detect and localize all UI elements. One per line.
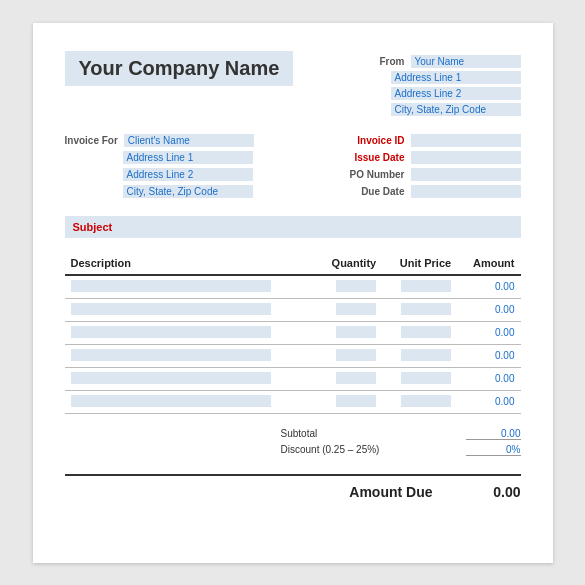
from-address2-row: Address Line 2 (391, 87, 521, 100)
bill-address2-row: Address Line 2 (65, 168, 254, 181)
cell-quantity[interactable] (315, 367, 382, 390)
due-date-label: Due Date (335, 186, 405, 197)
from-address1-row: Address Line 1 (391, 71, 521, 84)
subject-label: Subject (73, 221, 113, 233)
cell-quantity[interactable] (315, 321, 382, 344)
cell-quantity[interactable] (315, 344, 382, 367)
invoice-id-row: Invoice ID (335, 134, 521, 147)
from-name-row: From Your Name (380, 55, 521, 68)
cell-amount: 0.00 (457, 321, 520, 344)
cell-unit-price[interactable] (382, 321, 457, 344)
cell-description[interactable] (65, 298, 316, 321)
description-field[interactable] (71, 326, 271, 338)
col-unit-price: Unit Price (382, 252, 457, 275)
description-field[interactable] (71, 395, 271, 407)
mid-section: Invoice For Client's Name Address Line 1… (65, 134, 521, 198)
totals-section: Subtotal 0.00 Discount (0.25 – 25%) 0% (65, 428, 521, 456)
po-number-label: PO Number (335, 169, 405, 180)
cell-description[interactable] (65, 275, 316, 299)
client-name-row: Invoice For Client's Name (65, 134, 254, 147)
cell-unit-price[interactable] (382, 298, 457, 321)
bill-city-field[interactable]: City, State, Zip Code (123, 185, 253, 198)
cell-unit-price[interactable] (382, 344, 457, 367)
discount-row: Discount (0.25 – 25%) 0% (281, 444, 521, 456)
bill-address1-row: Address Line 1 (65, 151, 254, 164)
invoice-for-label: Invoice For (65, 135, 118, 146)
cell-unit-price[interactable] (382, 390, 457, 413)
quantity-field[interactable] (336, 372, 376, 384)
description-field[interactable] (71, 349, 271, 361)
cell-description[interactable] (65, 321, 316, 344)
table-header-row: Description Quantity Unit Price Amount (65, 252, 521, 275)
col-description: Description (65, 252, 316, 275)
discount-label: Discount (0.25 – 25%) (281, 444, 380, 455)
unit-price-field[interactable] (401, 349, 451, 361)
due-date-field[interactable] (411, 185, 521, 198)
subtotal-label: Subtotal (281, 428, 318, 439)
header-section: Your Company Name From Your Name Address… (65, 51, 521, 116)
description-field[interactable] (71, 372, 271, 384)
subject-bar[interactable]: Subject (65, 216, 521, 238)
unit-price-field[interactable] (401, 326, 451, 338)
amount-due-label: Amount Due (349, 484, 432, 500)
cell-description[interactable] (65, 390, 316, 413)
bill-to-section: Invoice For Client's Name Address Line 1… (65, 134, 254, 198)
col-quantity: Quantity (315, 252, 382, 275)
cell-quantity[interactable] (315, 275, 382, 299)
bill-city-row: City, State, Zip Code (65, 185, 254, 198)
po-number-field[interactable] (411, 168, 521, 181)
table-row: 0.00 (65, 321, 521, 344)
cell-unit-price[interactable] (382, 275, 457, 299)
amount-due-value: 0.00 (451, 484, 521, 500)
bill-address1-field[interactable]: Address Line 1 (123, 151, 253, 164)
from-address2-field[interactable]: Address Line 2 (391, 87, 521, 100)
cell-amount: 0.00 (457, 390, 520, 413)
from-label: From (380, 56, 405, 67)
bill-address2-field[interactable]: Address Line 2 (123, 168, 253, 181)
invoice-info-section: Invoice ID Issue Date PO Number Due Date (335, 134, 521, 198)
unit-price-field[interactable] (401, 303, 451, 315)
quantity-field[interactable] (336, 395, 376, 407)
cell-amount: 0.00 (457, 344, 520, 367)
subtotal-row: Subtotal 0.00 (281, 428, 521, 440)
quantity-field[interactable] (336, 326, 376, 338)
amount-due-section: Amount Due 0.00 (65, 474, 521, 500)
table-row: 0.00 (65, 344, 521, 367)
quantity-field[interactable] (336, 303, 376, 315)
cell-description[interactable] (65, 367, 316, 390)
col-amount: Amount (457, 252, 520, 275)
table-row: 0.00 (65, 367, 521, 390)
subject-section: Subject (65, 216, 521, 238)
quantity-field[interactable] (336, 280, 376, 292)
table-row: 0.00 (65, 298, 521, 321)
issue-date-row: Issue Date (335, 151, 521, 164)
cell-unit-price[interactable] (382, 367, 457, 390)
cell-quantity[interactable] (315, 298, 382, 321)
issue-date-label: Issue Date (335, 152, 405, 163)
invoice-id-label: Invoice ID (335, 135, 405, 146)
client-name-field[interactable]: Client's Name (124, 134, 254, 147)
description-field[interactable] (71, 280, 271, 292)
quantity-field[interactable] (336, 349, 376, 361)
cell-description[interactable] (65, 344, 316, 367)
from-name-field[interactable]: Your Name (411, 55, 521, 68)
unit-price-field[interactable] (401, 395, 451, 407)
from-address1-field[interactable]: Address Line 1 (391, 71, 521, 84)
table-row: 0.00 (65, 390, 521, 413)
invoice-id-field[interactable] (411, 134, 521, 147)
from-city-field[interactable]: City, State, Zip Code (391, 103, 521, 116)
cell-quantity[interactable] (315, 390, 382, 413)
from-section: From Your Name Address Line 1 Address Li… (380, 55, 521, 116)
table-row: 0.00 (65, 275, 521, 299)
po-number-row: PO Number (335, 168, 521, 181)
cell-amount: 0.00 (457, 275, 520, 299)
issue-date-field[interactable] (411, 151, 521, 164)
subtotal-value: 0.00 (466, 428, 521, 440)
discount-value: 0% (466, 444, 521, 456)
unit-price-field[interactable] (401, 372, 451, 384)
cell-amount: 0.00 (457, 367, 520, 390)
company-name[interactable]: Your Company Name (65, 51, 294, 86)
cell-amount: 0.00 (457, 298, 520, 321)
description-field[interactable] (71, 303, 271, 315)
unit-price-field[interactable] (401, 280, 451, 292)
